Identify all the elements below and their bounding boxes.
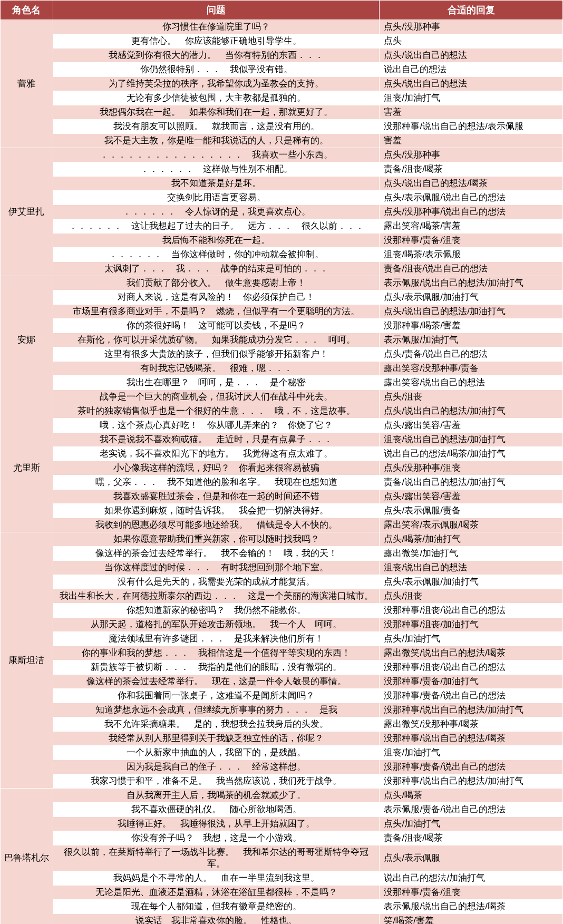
question-cell: 我出生和长大，在阿德拉斯泰尔的西边．．． 这是一个美丽的海滨港口城市。 (53, 589, 380, 604)
question-cell: 老实说，我不喜欢阳光下的地方。 我觉得这有点太难了。 (53, 447, 380, 461)
answer-cell: 害羞 (380, 134, 563, 148)
question-cell: 我不是说我不喜欢狗或猫。 走近时，只是有点鼻子．．． (53, 433, 380, 447)
answer-cell: 点头/责备/说出自己的想法 (380, 347, 563, 362)
character-name-cell: 蕾雅 (1, 20, 53, 148)
table-row: 一个从新家中抽血的人，我留下的，是残酷。沮丧/加油打气 (1, 746, 563, 760)
table-row: 我睡得正好。 我睡得很浅，从早上开始就困了。点头/加油打气 (1, 817, 563, 831)
table-row: 因为我是我自己的侄子．．． 经常这样想。没那种事/责备/说出自己的想法 (1, 760, 563, 774)
answer-cell: 说出自己的想法/加油打气 (380, 871, 563, 886)
answer-cell: 责备/沮丧/喝茶 (380, 162, 563, 177)
table-row: 像这样的茶会过去经常举行。 现在，这是一件令人敬畏的事情。没那种事/责备/加油打… (1, 675, 563, 689)
answer-cell: 露出笑容/表示佩服/喝茶 (380, 518, 563, 532)
answer-cell: 没那种事/沮丧/加油打气 (380, 618, 563, 632)
table-row: 你的茶很好喝！ 这可能可以卖钱，不是吗？没那种事/喝茶/害羞 (1, 319, 563, 333)
question-cell: 我没有朋友可以照顾。 就我而言，这是没有用的。 (53, 120, 380, 134)
table-row: 我不是说我不喜欢狗或猫。 走近时，只是有点鼻子．．．沮丧/说出自己的想法/加油打… (1, 433, 563, 447)
answer-cell: 点头/没那种事 (380, 148, 563, 162)
answer-cell: 害羞 (380, 105, 563, 120)
question-cell: 当你这样度过的时候．．． 有时我想回到那个地下室。 (53, 561, 380, 575)
answer-cell: 沮丧/加油打气 (380, 746, 563, 760)
answer-cell: 点头/喝茶 (380, 789, 563, 803)
answer-cell: 沮丧/加油打气 (380, 91, 563, 105)
question-cell: 像这样的茶会过去经常举行。 现在，这是一件令人敬畏的事情。 (53, 675, 380, 689)
answer-cell: 表示佩服/责备/说出自己的想法 (380, 803, 563, 817)
answer-cell: 没那种事/说出自己的想法/加油打气 (380, 703, 563, 717)
table-row: 我后悔不能和你死在一起。没那种事/责备/沮丧 (1, 234, 563, 248)
question-cell: 你想知道新家的秘密吗？ 我仍然不能教你。 (53, 604, 380, 618)
question-cell: 自从我离开主人后，我喝茶的机会就减少了。 (53, 789, 380, 803)
table-row: 我不是大主教，你是唯一能和我说话的人，只是稀有的。害羞 (1, 134, 563, 148)
table-row: 老实说，我不喜欢阳光下的地方。 我觉得这有点太难了。说出自己的想法/喝茶/加油打… (1, 447, 563, 461)
question-cell: 战争是一个巨大的商业机会，但我讨厌人们在战斗中死去。 (53, 390, 380, 404)
table-row: 我喜欢盛宴胜过茶会，但是和你在一起的时间还不错点头/露出笑容/害羞 (1, 490, 563, 504)
question-cell: 很久以前，在莱斯特举行了一场战斗比赛。 我和希尔达的哥哥霍斯特争夺冠军。 (53, 845, 380, 871)
table-row: 小心像我这样的流氓，好吗？ 你看起来很容易被骗点头/没那种事/沮丧 (1, 461, 563, 475)
question-cell: 你的茶很好喝！ 这可能可以卖钱，不是吗？ (53, 319, 380, 333)
answer-cell: 责备/沮丧/喝茶 (380, 831, 563, 845)
table-row: 没有什么是先天的，我需要光荣的成就才能复活。点头/表示佩服/加油打气 (1, 575, 563, 589)
question-cell: 像这样的茶会过去经常举行。 我不会输的！ 哦，我的天！ (53, 547, 380, 561)
question-cell: 交换剑比用语言更容易。 (53, 191, 380, 205)
question-cell: 如果你遇到麻烦，随时告诉我。 我会把一切解决得好。 (53, 504, 380, 518)
table-row: 为了维持芙朵拉的秩序，我希望你成为圣教会的支持。点头/说出自己的想法 (1, 77, 563, 91)
table-row: ．．．．．． 当你这样做时，你的冲动就会被抑制。沮丧/喝茶/表示佩服 (1, 248, 563, 262)
answer-cell: 没那种事/沮丧/说出自己的想法 (380, 604, 563, 618)
answer-cell: 表示佩服/加油打气 (380, 333, 563, 347)
answer-cell: 点头/表示佩服/责备 (380, 504, 563, 518)
table-row: 如果你遇到麻烦，随时告诉我。 我会把一切解决得好。点头/表示佩服/责备 (1, 504, 563, 518)
table-row: 你没有斧子吗？ 我想，这是一个小游戏。责备/沮丧/喝茶 (1, 831, 563, 845)
answer-cell: 说出自己的想法 (380, 63, 563, 77)
table-row: 我出生在哪里？ 呵呵，是．．． 是个秘密露出笑容/说出自己的想法 (1, 376, 563, 390)
question-cell: ．．．．．． 令人惊讶的是，我更喜欢点心。 (53, 205, 380, 219)
answer-cell: 露出笑容/喝茶/害羞 (380, 219, 563, 234)
table-row: 我不知道茶是好是坏。点头/说出自己的想法/喝茶 (1, 177, 563, 191)
answer-cell: 责备/沮丧/说出自己的想法 (380, 262, 563, 276)
table-row: 说实话 我非常喜欢你的脸。 性格也。笑/喝茶/害羞 (1, 914, 563, 925)
answer-cell: 没那种事/说出自己的想法/表示佩服 (380, 120, 563, 134)
table-row: 我不允许采摘糖果。 是的，我想我会拉我身后的头发。露出微笑/没那种事/喝茶 (1, 717, 563, 732)
table-row: ．．．．．． 这样做与性别不相配。责备/沮丧/喝茶 (1, 162, 563, 177)
question-cell: 哦，这个茶点心真好吃！ 你从哪儿弄来的？ 你烧了它？ (53, 419, 380, 433)
question-cell: 我出生在哪里？ 呵呵，是．．． 是个秘密 (53, 376, 380, 390)
question-cell: 茶叶的独家销售似乎也是一个很好的生意．．． 哦，不，这是故事。 (53, 404, 380, 419)
character-name-cell: 康斯坦洁 (1, 532, 53, 789)
table-row: 无论有多少信徒被包围，大主教都是孤独的。沮丧/加油打气 (1, 91, 563, 105)
question-cell: 我不知道茶是好是坏。 (53, 177, 380, 191)
question-cell: 从那天起，道格扎的军队开始攻击新领地。 我一个人 呵呵。 (53, 618, 380, 632)
answer-cell: 说出自己的想法/喝茶/加油打气 (380, 447, 563, 461)
table-row: 这里有很多大贵族的孩子，但我们似乎能够开拓新客户！点头/责备/说出自己的想法 (1, 347, 563, 362)
answer-cell: 没那种事/责备/说出自己的想法 (380, 760, 563, 774)
answer-cell: 点头/说出自己的想法/喝茶 (380, 177, 563, 191)
question-cell: 无论是阳光、血液还是酒精，沐浴在浴缸里都很棒，不是吗？ (53, 886, 380, 900)
answer-cell: 点头/加油打气 (380, 632, 563, 646)
table-row: 新贵族等于被切断．．． 我指的是他们的眼睛，没有微弱的。没那种事/沮丧/说出自己… (1, 660, 563, 675)
table-row: 我妈妈是个不寻常的人。 血在一半里流到我这里。说出自己的想法/加油打气 (1, 871, 563, 886)
character-name-cell: 巴鲁塔札尔 (1, 789, 53, 925)
question-cell: 我睡得正好。 我睡得很浅，从早上开始就困了。 (53, 817, 380, 831)
answer-cell: 露出微笑/没那种事/喝茶 (380, 717, 563, 732)
answer-cell: 没那种事/喝茶/害羞 (380, 319, 563, 333)
question-cell: ．．．．．． 当你这样做时，你的冲动就会被抑制。 (53, 248, 380, 262)
table-row: 你的事业和我的梦想．．． 我相信这是一个值得平等实现的东西！露出微笑/说出自己的… (1, 646, 563, 660)
table-row: 伊艾里扎．．．．．．．．．．．．．．．． 我喜欢一些小东西。点头/没那种事 (1, 148, 563, 162)
table-row: 现在每个人都知道，但我有徽章是绝密的。表示佩服/说出自己的想法/喝茶 (1, 900, 563, 914)
table-row: 更有信心。 你应该能够正确地引导学生。点头 (1, 34, 563, 48)
answer-cell: 点头/没那种事/沮丧 (380, 461, 563, 475)
question-cell: 你仍然很特别．．． 我似乎没有错。 (53, 63, 380, 77)
answer-cell: 没那种事/沮丧/说出自己的想法 (380, 660, 563, 675)
question-cell: 这里有很多大贵族的孩子，但我们似乎能够开拓新客户！ (53, 347, 380, 362)
question-cell: 一个从新家中抽血的人，我留下的，是残酷。 (53, 746, 380, 760)
question-cell: 我不是大主教，你是唯一能和我说话的人，只是稀有的。 (53, 134, 380, 148)
answer-cell: 点头 (380, 34, 563, 48)
table-row: 战争是一个巨大的商业机会，但我讨厌人们在战斗中死去。点头/沮丧 (1, 390, 563, 404)
table-row: 太讽刺了．．． 我．．． 战争的结束是可怕的．．．责备/沮丧/说出自己的想法 (1, 262, 563, 276)
question-cell: 在斯伦，你可以开采优质矿物。 如果我能成功分发它．．． 呵呵。 (53, 333, 380, 347)
question-cell: 因为我是我自己的侄子．．． 经常这样想。 (53, 760, 380, 774)
answer-cell: 点头/沮丧 (380, 589, 563, 604)
table-row: 市场里有很多商业对手，不是吗？ 燃烧，但似乎有一个更聪明的方法。点头/说出自己的… (1, 305, 563, 319)
question-cell: 我后悔不能和你死在一起。 (53, 234, 380, 248)
table-row: 巴鲁塔札尔自从我离开主人后，我喝茶的机会就减少了。点头/喝茶 (1, 789, 563, 803)
question-cell: 我喜欢盛宴胜过茶会，但是和你在一起的时间还不错 (53, 490, 380, 504)
answer-cell: 点头/表示佩服/加油打气 (380, 575, 563, 589)
question-cell: 我感觉到你有很大的潜力。 当你有特别的东西．．． (53, 48, 380, 63)
